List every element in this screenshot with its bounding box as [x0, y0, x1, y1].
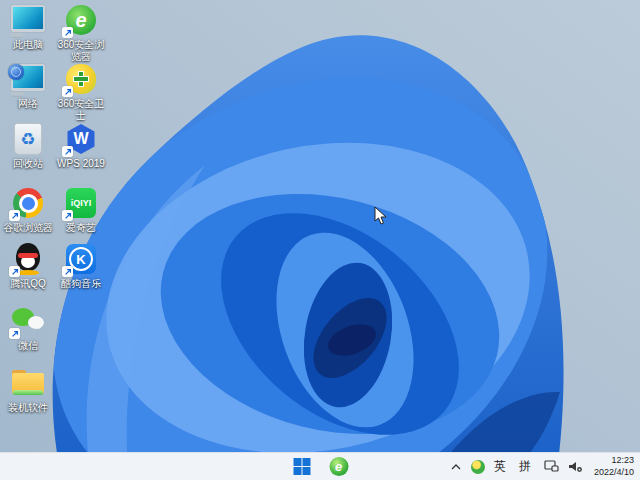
shortcut-arrow-icon [62, 86, 73, 97]
shortcut-arrow-icon [62, 210, 73, 221]
desktop-icon-recycle-bin[interactable]: ♻ 回收站 [2, 122, 54, 170]
monitor-icon [11, 5, 45, 32]
desktop: 此电脑 e 360安全浏览器 网络 360安全卫士 ♻ 回收站 W WPS 20… [0, 0, 640, 480]
desktop-icon-kugou[interactable]: K 酷狗音乐 [55, 242, 107, 290]
network-tray-icon[interactable] [544, 453, 559, 480]
start-button[interactable] [290, 455, 314, 479]
mouse-cursor [374, 206, 388, 226]
desktop-icon-software-folder[interactable]: 装机软件 [2, 366, 54, 414]
icon-label: WPS 2019 [57, 158, 105, 170]
shortcut-arrow-icon [62, 146, 73, 157]
desktop-icon-network[interactable]: 网络 [2, 62, 54, 110]
taskbar: e 英 拼 12:23 2022/4/10 [0, 452, 640, 480]
desktop-icon-iqiyi[interactable]: iQIYI 爱奇艺 [55, 186, 107, 234]
desktop-icon-360-guard[interactable]: 360安全卫士 [55, 62, 107, 121]
globe-icon [8, 64, 24, 80]
icon-label: 360安全卫士 [55, 98, 107, 121]
windows-logo-icon [293, 458, 310, 475]
desktop-icon-this-pc[interactable]: 此电脑 [2, 3, 54, 51]
pinyin-ime-indicator[interactable]: 拼 [519, 453, 531, 480]
recycle-bin-icon: ♻ [14, 123, 42, 155]
folder-icon [12, 370, 44, 396]
desktop-icon-chrome[interactable]: 谷歌浏览器 [2, 186, 54, 234]
desktop-icon-wps[interactable]: W WPS 2019 [55, 122, 107, 170]
icon-label: 网络 [18, 98, 38, 110]
icon-label: 360安全浏览器 [55, 39, 107, 62]
icon-label: 酷狗音乐 [61, 278, 101, 290]
icon-label: 微信 [18, 340, 38, 352]
shortcut-arrow-icon [62, 266, 73, 277]
shortcut-arrow-icon [62, 27, 73, 38]
shortcut-arrow-icon [9, 210, 20, 221]
desktop-icon-wechat[interactable]: 微信 [2, 304, 54, 352]
shortcut-arrow-icon [9, 266, 20, 277]
clock-time: 12:23 [594, 455, 634, 466]
360-browser-icon: e [329, 457, 348, 476]
icon-label: 装机软件 [8, 402, 48, 414]
icon-label: 此电脑 [13, 39, 43, 51]
desktop-icon-qq[interactable]: 腾讯QQ [2, 242, 54, 290]
icon-label: 腾讯QQ [10, 278, 46, 290]
taskbar-clock[interactable]: 12:23 2022/4/10 [594, 455, 634, 478]
desktop-icon-360-browser[interactable]: e 360安全浏览器 [55, 3, 107, 62]
shortcut-arrow-icon [9, 328, 20, 339]
hidden-icons-chevron[interactable] [450, 453, 462, 480]
icon-label: 谷歌浏览器 [3, 222, 53, 234]
volume-tray-icon[interactable] [568, 453, 583, 480]
icon-label: 爱奇艺 [66, 222, 96, 234]
clock-date: 2022/4/10 [594, 467, 634, 478]
icon-label: 回收站 [13, 158, 43, 170]
input-language-indicator[interactable]: 英 [494, 453, 506, 480]
tray-360-icon[interactable] [471, 453, 485, 480]
taskbar-360-browser-button[interactable]: e [327, 455, 351, 479]
